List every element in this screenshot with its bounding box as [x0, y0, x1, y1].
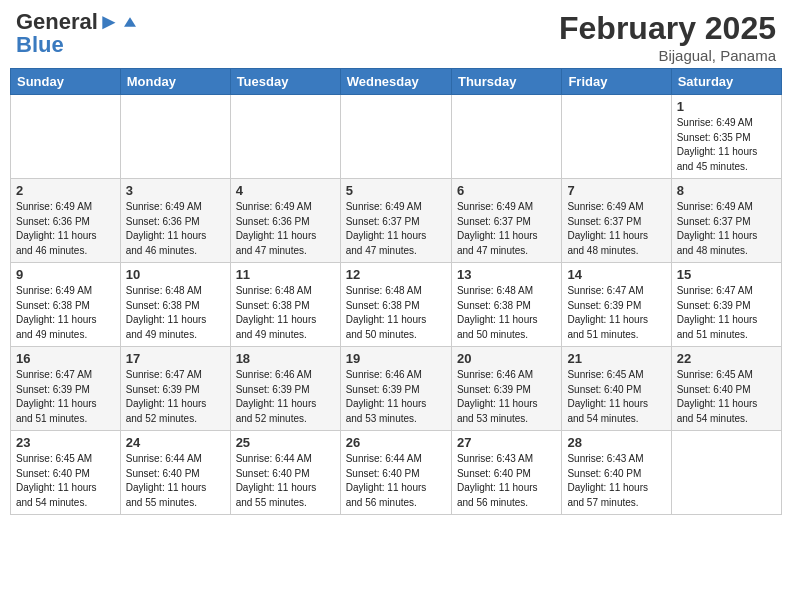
- calendar-cell: [562, 95, 671, 179]
- day-number: 17: [126, 351, 225, 366]
- calendar-cell: 17Sunrise: 6:47 AM Sunset: 6:39 PM Dayli…: [120, 347, 230, 431]
- calendar-cell: 25Sunrise: 6:44 AM Sunset: 6:40 PM Dayli…: [230, 431, 340, 515]
- svg-marker-0: [124, 17, 136, 27]
- day-info: Sunrise: 6:47 AM Sunset: 6:39 PM Dayligh…: [126, 368, 225, 426]
- month-title: February 2025: [559, 10, 776, 47]
- day-info: Sunrise: 6:46 AM Sunset: 6:39 PM Dayligh…: [457, 368, 556, 426]
- day-info: Sunrise: 6:49 AM Sunset: 6:37 PM Dayligh…: [677, 200, 776, 258]
- day-info: Sunrise: 6:48 AM Sunset: 6:38 PM Dayligh…: [236, 284, 335, 342]
- calendar-cell: 26Sunrise: 6:44 AM Sunset: 6:40 PM Dayli…: [340, 431, 451, 515]
- day-number: 21: [567, 351, 665, 366]
- day-number: 11: [236, 267, 335, 282]
- day-number: 25: [236, 435, 335, 450]
- header-friday: Friday: [562, 69, 671, 95]
- day-number: 9: [16, 267, 115, 282]
- title-block: February 2025 Bijagual, Panama: [559, 10, 776, 64]
- day-number: 19: [346, 351, 446, 366]
- calendar-week-row: 16Sunrise: 6:47 AM Sunset: 6:39 PM Dayli…: [11, 347, 782, 431]
- day-number: 16: [16, 351, 115, 366]
- day-info: Sunrise: 6:49 AM Sunset: 6:36 PM Dayligh…: [16, 200, 115, 258]
- day-number: 2: [16, 183, 115, 198]
- logo: General► Blue: [16, 10, 139, 56]
- day-info: Sunrise: 6:47 AM Sunset: 6:39 PM Dayligh…: [677, 284, 776, 342]
- day-info: Sunrise: 6:46 AM Sunset: 6:39 PM Dayligh…: [236, 368, 335, 426]
- calendar-cell: 11Sunrise: 6:48 AM Sunset: 6:38 PM Dayli…: [230, 263, 340, 347]
- day-info: Sunrise: 6:44 AM Sunset: 6:40 PM Dayligh…: [126, 452, 225, 510]
- day-number: 20: [457, 351, 556, 366]
- calendar-cell: [671, 431, 781, 515]
- calendar-cell: 12Sunrise: 6:48 AM Sunset: 6:38 PM Dayli…: [340, 263, 451, 347]
- calendar-cell: 13Sunrise: 6:48 AM Sunset: 6:38 PM Dayli…: [451, 263, 561, 347]
- day-info: Sunrise: 6:48 AM Sunset: 6:38 PM Dayligh…: [126, 284, 225, 342]
- day-number: 8: [677, 183, 776, 198]
- logo-blue: Blue: [16, 34, 139, 56]
- day-number: 24: [126, 435, 225, 450]
- day-number: 22: [677, 351, 776, 366]
- day-number: 15: [677, 267, 776, 282]
- calendar-cell: 24Sunrise: 6:44 AM Sunset: 6:40 PM Dayli…: [120, 431, 230, 515]
- day-info: Sunrise: 6:49 AM Sunset: 6:37 PM Dayligh…: [567, 200, 665, 258]
- day-number: 1: [677, 99, 776, 114]
- day-number: 18: [236, 351, 335, 366]
- day-info: Sunrise: 6:44 AM Sunset: 6:40 PM Dayligh…: [346, 452, 446, 510]
- calendar-cell: 15Sunrise: 6:47 AM Sunset: 6:39 PM Dayli…: [671, 263, 781, 347]
- calendar-cell: 3Sunrise: 6:49 AM Sunset: 6:36 PM Daylig…: [120, 179, 230, 263]
- logo-text: General►: [16, 10, 120, 34]
- day-number: 3: [126, 183, 225, 198]
- day-info: Sunrise: 6:45 AM Sunset: 6:40 PM Dayligh…: [16, 452, 115, 510]
- day-info: Sunrise: 6:43 AM Sunset: 6:40 PM Dayligh…: [567, 452, 665, 510]
- calendar-cell: 23Sunrise: 6:45 AM Sunset: 6:40 PM Dayli…: [11, 431, 121, 515]
- calendar-cell: 19Sunrise: 6:46 AM Sunset: 6:39 PM Dayli…: [340, 347, 451, 431]
- calendar-cell: 8Sunrise: 6:49 AM Sunset: 6:37 PM Daylig…: [671, 179, 781, 263]
- header-thursday: Thursday: [451, 69, 561, 95]
- day-info: Sunrise: 6:45 AM Sunset: 6:40 PM Dayligh…: [677, 368, 776, 426]
- day-number: 7: [567, 183, 665, 198]
- calendar-week-row: 1Sunrise: 6:49 AM Sunset: 6:35 PM Daylig…: [11, 95, 782, 179]
- calendar-cell: 14Sunrise: 6:47 AM Sunset: 6:39 PM Dayli…: [562, 263, 671, 347]
- page-header: General► Blue February 2025 Bijagual, Pa…: [10, 10, 782, 64]
- calendar-table: SundayMondayTuesdayWednesdayThursdayFrid…: [10, 68, 782, 515]
- calendar-cell: 7Sunrise: 6:49 AM Sunset: 6:37 PM Daylig…: [562, 179, 671, 263]
- day-info: Sunrise: 6:49 AM Sunset: 6:37 PM Dayligh…: [457, 200, 556, 258]
- day-number: 26: [346, 435, 446, 450]
- calendar-week-row: 2Sunrise: 6:49 AM Sunset: 6:36 PM Daylig…: [11, 179, 782, 263]
- calendar-cell: 22Sunrise: 6:45 AM Sunset: 6:40 PM Dayli…: [671, 347, 781, 431]
- calendar-cell: [230, 95, 340, 179]
- calendar-cell: 21Sunrise: 6:45 AM Sunset: 6:40 PM Dayli…: [562, 347, 671, 431]
- header-monday: Monday: [120, 69, 230, 95]
- logo-icon: [121, 13, 139, 31]
- calendar-cell: 1Sunrise: 6:49 AM Sunset: 6:35 PM Daylig…: [671, 95, 781, 179]
- header-tuesday: Tuesday: [230, 69, 340, 95]
- calendar-cell: 28Sunrise: 6:43 AM Sunset: 6:40 PM Dayli…: [562, 431, 671, 515]
- day-info: Sunrise: 6:49 AM Sunset: 6:36 PM Dayligh…: [126, 200, 225, 258]
- calendar-cell: 2Sunrise: 6:49 AM Sunset: 6:36 PM Daylig…: [11, 179, 121, 263]
- day-number: 6: [457, 183, 556, 198]
- day-number: 10: [126, 267, 225, 282]
- location-title: Bijagual, Panama: [559, 47, 776, 64]
- header-sunday: Sunday: [11, 69, 121, 95]
- day-info: Sunrise: 6:47 AM Sunset: 6:39 PM Dayligh…: [567, 284, 665, 342]
- calendar-cell: 10Sunrise: 6:48 AM Sunset: 6:38 PM Dayli…: [120, 263, 230, 347]
- day-info: Sunrise: 6:44 AM Sunset: 6:40 PM Dayligh…: [236, 452, 335, 510]
- day-info: Sunrise: 6:45 AM Sunset: 6:40 PM Dayligh…: [567, 368, 665, 426]
- day-info: Sunrise: 6:48 AM Sunset: 6:38 PM Dayligh…: [346, 284, 446, 342]
- day-info: Sunrise: 6:47 AM Sunset: 6:39 PM Dayligh…: [16, 368, 115, 426]
- day-info: Sunrise: 6:49 AM Sunset: 6:37 PM Dayligh…: [346, 200, 446, 258]
- calendar-cell: [11, 95, 121, 179]
- day-number: 12: [346, 267, 446, 282]
- day-number: 13: [457, 267, 556, 282]
- calendar-header-row: SundayMondayTuesdayWednesdayThursdayFrid…: [11, 69, 782, 95]
- day-info: Sunrise: 6:48 AM Sunset: 6:38 PM Dayligh…: [457, 284, 556, 342]
- calendar-cell: 5Sunrise: 6:49 AM Sunset: 6:37 PM Daylig…: [340, 179, 451, 263]
- day-info: Sunrise: 6:46 AM Sunset: 6:39 PM Dayligh…: [346, 368, 446, 426]
- day-number: 27: [457, 435, 556, 450]
- calendar-cell: [451, 95, 561, 179]
- calendar-cell: 20Sunrise: 6:46 AM Sunset: 6:39 PM Dayli…: [451, 347, 561, 431]
- calendar-cell: 18Sunrise: 6:46 AM Sunset: 6:39 PM Dayli…: [230, 347, 340, 431]
- day-info: Sunrise: 6:49 AM Sunset: 6:35 PM Dayligh…: [677, 116, 776, 174]
- calendar-cell: 27Sunrise: 6:43 AM Sunset: 6:40 PM Dayli…: [451, 431, 561, 515]
- day-number: 14: [567, 267, 665, 282]
- day-info: Sunrise: 6:43 AM Sunset: 6:40 PM Dayligh…: [457, 452, 556, 510]
- calendar-cell: 16Sunrise: 6:47 AM Sunset: 6:39 PM Dayli…: [11, 347, 121, 431]
- header-saturday: Saturday: [671, 69, 781, 95]
